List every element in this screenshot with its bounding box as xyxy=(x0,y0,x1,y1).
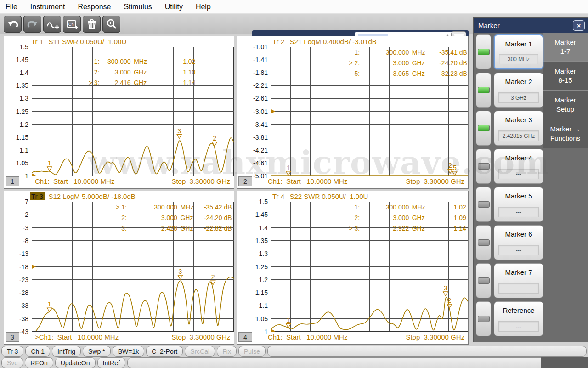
marker-5-button[interactable]: Marker 5--- xyxy=(494,187,543,222)
trace-label[interactable]: Tr 3 xyxy=(30,192,45,200)
marker-triangle-icon xyxy=(177,135,181,139)
redo-button[interactable] xyxy=(23,16,41,33)
undo-button[interactable] xyxy=(4,16,22,33)
marker-number-label: 2 xyxy=(211,273,215,281)
marker-button-value: --- xyxy=(498,245,539,255)
marker-number-label: 2 xyxy=(213,135,216,142)
status-fix[interactable]: Fix xyxy=(217,346,237,357)
y-axis-tick: -1.41 xyxy=(253,56,268,63)
status-swp-[interactable]: Swp * xyxy=(83,346,111,357)
trace-title: Tr 2 S21 LogM 0.400dB/ -3.01dB xyxy=(237,36,468,47)
trace-label[interactable]: Tr 1 xyxy=(30,38,45,45)
menu-stimulus[interactable]: Stimulus xyxy=(124,3,152,11)
tab-marker-1-7[interactable]: Marker1-7 xyxy=(543,33,588,62)
y-axis-tick: 7 xyxy=(25,198,28,205)
marker-7-button[interactable]: Marker 7--- xyxy=(494,263,543,298)
add-trace-button[interactable] xyxy=(43,16,61,33)
menu-file[interactable]: File xyxy=(6,3,17,11)
stop-frequency-label: Stop 3.30000 GHz xyxy=(171,177,230,185)
plot-tr2-s21: Tr 2 S21 LogM 0.400dB/ -3.01dB-1.01-1.41… xyxy=(237,36,469,189)
menu-help[interactable]: Help xyxy=(196,3,211,11)
status-ch-1[interactable]: Ch 1 xyxy=(25,346,50,357)
marker-1-button[interactable]: Marker 1300 MHz xyxy=(494,34,543,69)
status-intref[interactable]: IntRef xyxy=(97,357,125,368)
status-c-2-port[interactable]: C 2-Port xyxy=(146,346,183,357)
y-axis-tick: -4.21 xyxy=(253,147,268,154)
led-indicator-icon xyxy=(478,87,490,93)
marker-2-button[interactable]: Marker 23 GHz xyxy=(494,73,543,108)
trace-format-text: S22 SWR 0.050U/ 1.00U xyxy=(286,192,368,200)
menu-response[interactable]: Response xyxy=(78,3,111,11)
y-axis-tick: 1.5 xyxy=(259,198,268,205)
status-srccal[interactable]: SrcCal xyxy=(185,346,215,357)
y-axis-tick: -38 xyxy=(19,315,28,323)
plot-tr4-s22: Tr 4 S22 SWR 0.050U/ 1.00U1.51.451.41.35… xyxy=(237,191,469,345)
start-frequency-label: >Ch1: Start 10.0000 MHz xyxy=(35,333,119,341)
status-inttrig[interactable]: IntTrig xyxy=(52,346,81,357)
tab-marker-8-15[interactable]: Marker8-15 xyxy=(543,62,588,91)
led-indicator-icon xyxy=(478,239,490,246)
start-frequency-label: Ch1: Start 10.0000 MHz xyxy=(35,177,114,185)
marker-number-label: 1 xyxy=(287,164,290,171)
led-indicator-icon xyxy=(478,163,490,170)
delete-button[interactable] xyxy=(83,16,101,33)
marker-4-button[interactable]: Marker 4--- xyxy=(494,149,543,184)
marker-enable-toggle[interactable] xyxy=(476,225,491,260)
status-tr-3[interactable]: Tr 3 xyxy=(1,346,23,357)
tab-label-line2: Setup xyxy=(543,105,588,114)
menu-instrument[interactable]: Instrument xyxy=(30,3,65,11)
y-axis-tick: 1.2 xyxy=(20,121,28,128)
trace-format-text: S12 LogM 5.000dB/ -18.0dB xyxy=(45,192,136,200)
marker-panel-title: Marker xyxy=(478,22,500,29)
y-axis-tick: 1.3 xyxy=(20,95,28,102)
marker-row-marker-3: Marker 32.42815 GHz xyxy=(476,111,544,146)
y-axis-tick: 1.1 xyxy=(259,302,268,309)
zoom-button[interactable] xyxy=(102,16,120,33)
y-axis-tick: 1.25 xyxy=(16,108,28,115)
status-rfon[interactable]: RFOn xyxy=(25,357,53,368)
y-axis-tick: -43 xyxy=(19,328,28,335)
marker-number-label: 1 xyxy=(287,317,290,324)
close-panel-button[interactable]: × xyxy=(573,20,585,31)
marker-row-marker-6: Marker 6--- xyxy=(476,225,544,260)
y-axis: 1.51.451.41.351.31.251.21.151.11.051 xyxy=(237,202,271,332)
status-bw-1k[interactable]: BW=1k xyxy=(113,346,145,357)
y-axis-tick: -3.01 xyxy=(253,108,268,115)
trace-label[interactable]: Tr 2 xyxy=(271,38,286,45)
marker-button-label: Marker 6 xyxy=(494,230,543,238)
trace-label[interactable]: Tr 4 xyxy=(271,192,286,200)
marker-triangle-icon xyxy=(286,171,291,176)
status-pulse[interactable]: Pulse xyxy=(238,346,266,357)
tab-marker-setup[interactable]: MarkerSetup xyxy=(543,91,588,119)
tab-marker--functions[interactable]: Marker →Functions xyxy=(543,119,588,148)
status-svc[interactable]: Svc xyxy=(1,357,23,368)
marker-panel-tabs: Marker1-7Marker8-15MarkerSetupMarker →Fu… xyxy=(543,33,588,148)
status-updateon[interactable]: UpdateOn xyxy=(55,357,96,368)
marker-button-label: Marker 5 xyxy=(494,192,543,200)
marker-button-label: Marker 1 xyxy=(495,40,543,48)
trace-format-text: S11 SWR 0.050U/ 1.00U xyxy=(45,38,126,45)
reference-button[interactable]: Reference--- xyxy=(494,301,543,336)
marker-enable-toggle[interactable] xyxy=(476,187,491,222)
marker-3-button[interactable]: Marker 32.42815 GHz xyxy=(494,111,543,146)
y-axis-tick: 1.45 xyxy=(16,56,28,63)
x-axis: 3>Ch1: Start 10.0000 MHzStop 3.30000 GHz xyxy=(4,332,234,342)
stop-frequency-label: Stop 3.30000 GHz xyxy=(406,333,464,341)
y-axis-tick: -13 xyxy=(19,250,28,257)
led-indicator-icon xyxy=(478,316,490,322)
marker-enable-toggle[interactable] xyxy=(476,73,491,108)
marker-enable-toggle[interactable] xyxy=(476,263,491,298)
marker-6-button[interactable]: Marker 6--- xyxy=(494,225,543,260)
tab-label-line1: Marker → xyxy=(543,125,588,134)
status-row-2: SvcRFOnUpdateOnIntRef xyxy=(0,357,588,368)
add-channel-button[interactable]: Ch xyxy=(63,16,81,33)
marker-panel-titlebar: Marker × xyxy=(474,18,588,33)
marker-enable-toggle[interactable] xyxy=(476,149,491,184)
menu-utility[interactable]: Utility xyxy=(165,3,183,11)
tab-label-line2: 1-7 xyxy=(543,47,588,56)
tab-label-line1: Marker xyxy=(543,96,588,105)
marker-enable-toggle[interactable] xyxy=(476,34,491,69)
marker-enable-toggle[interactable] xyxy=(476,111,491,146)
marker-enable-toggle[interactable] xyxy=(476,301,491,336)
stop-frequency-label: Stop 3.30000 GHz xyxy=(171,333,230,341)
